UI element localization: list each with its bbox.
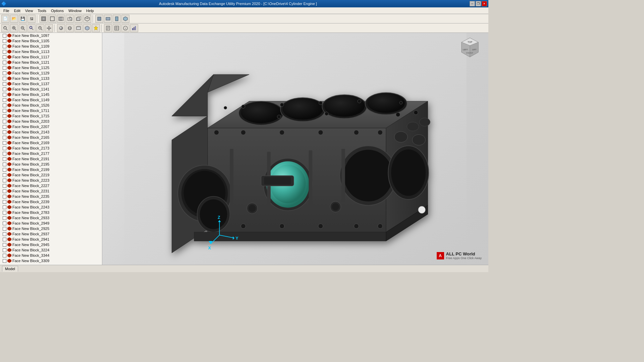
3d-viewport[interactable]: X Y Z TOP LEFT LIFT FRONT <box>102 33 488 265</box>
tree-checkbox-2173[interactable] <box>3 146 6 150</box>
shaded-button[interactable] <box>57 24 65 32</box>
tree-checkbox-3344[interactable] <box>3 254 6 257</box>
tree-checkbox-1129[interactable] <box>3 71 6 75</box>
tree-checkbox-2223[interactable] <box>3 179 6 182</box>
tree-checkbox-3309[interactable] <box>3 259 6 263</box>
tree-item-2177[interactable]: Face New Block_2177 <box>0 151 102 156</box>
feature-tree[interactable]: Face New Block_1097 Face New Block_1105 … <box>0 33 102 265</box>
tree-item-1097[interactable]: Face New Block_1097 <box>0 33 102 38</box>
tree-item-2227[interactable]: Face New Block_2227 <box>0 183 102 188</box>
tree-item-2219[interactable]: Face New Block_2219 <box>0 172 102 178</box>
menu-view[interactable]: View <box>23 8 35 13</box>
zoom-extents-button[interactable] <box>1 24 9 32</box>
tree-item-2243[interactable]: Face New Block_2243 <box>0 204 102 210</box>
tree-item-1129[interactable]: Face New Block_1129 <box>0 70 102 76</box>
tree-checkbox-2199[interactable] <box>3 168 6 172</box>
tree-checkbox-1117[interactable] <box>3 55 6 59</box>
tree-item-1711[interactable]: Face New Block_1711 <box>0 108 102 113</box>
box-bottom-button[interactable] <box>48 15 56 23</box>
zoom-window-button[interactable] <box>28 24 36 32</box>
zoom-dynamic-button[interactable] <box>36 24 44 32</box>
info-button[interactable]: i <box>121 24 129 32</box>
menu-file[interactable]: File <box>1 8 11 13</box>
menu-help[interactable]: Help <box>84 8 96 13</box>
tree-item-3224[interactable]: Face New Block_3224 <box>0 247 102 253</box>
tree-item-2933[interactable]: Face New Block_2933 <box>0 215 102 221</box>
tree-checkbox-1711[interactable] <box>3 109 6 113</box>
tree-checkbox-2231[interactable] <box>3 189 6 193</box>
tree-item-1141[interactable]: Face New Block_1141 <box>0 86 102 92</box>
tree-checkbox-1526[interactable] <box>3 104 6 107</box>
tree-item-2925[interactable]: Face New Block_2925 <box>0 226 102 231</box>
close-button[interactable]: ✕ <box>482 1 487 6</box>
box-top-button[interactable] <box>40 15 48 23</box>
menu-window[interactable]: Window <box>66 8 84 13</box>
tree-item-3344[interactable]: Face New Block_3344 <box>0 253 102 258</box>
tree-item-2169[interactable]: Face New Block_2169 <box>0 140 102 145</box>
box-left-button[interactable] <box>57 15 65 23</box>
tree-item-2941[interactable]: Face New Block_2941 <box>0 237 102 242</box>
tree-item-2223[interactable]: Face New Block_2223 <box>0 178 102 183</box>
tree-item-1117[interactable]: Face New Block_1117 <box>0 54 102 60</box>
window-controls[interactable]: ─ ❐ ✕ <box>470 1 487 6</box>
save-button[interactable]: 🖫 <box>28 15 36 23</box>
cube-front-view[interactable] <box>95 15 103 23</box>
zoom-in-button[interactable] <box>10 24 18 32</box>
tree-item-2191[interactable]: Face New Block_2191 <box>0 156 102 162</box>
tree-checkbox-2165[interactable] <box>3 136 6 139</box>
tree-item-2949[interactable]: Face New Block_2949 <box>0 221 102 226</box>
tree-item-1105[interactable]: Face New Block_1105 <box>0 38 102 44</box>
tree-checkbox-1137[interactable] <box>3 82 6 86</box>
tree-checkbox-2177[interactable] <box>3 152 6 156</box>
minimize-button[interactable]: ─ <box>470 1 475 6</box>
tree-checkbox-2203[interactable] <box>3 120 6 123</box>
tree-item-2195[interactable]: Face New Block_2195 <box>0 162 102 167</box>
tree-checkbox-2949[interactable] <box>3 222 6 225</box>
hidden-lines-button[interactable] <box>74 24 83 32</box>
pan-button[interactable] <box>45 24 53 32</box>
tree-checkbox-1133[interactable] <box>3 77 6 80</box>
tree-item-2203[interactable]: Face New Block_2203 <box>0 119 102 124</box>
cube-iso-view[interactable] <box>121 15 129 23</box>
tree-item-1526[interactable]: Face New Block_1526 <box>0 103 102 108</box>
zoom-out-button[interactable] <box>19 24 27 32</box>
tree-item-1109[interactable]: Face New Block_1109 <box>0 44 102 49</box>
tree-checkbox-2143[interactable] <box>3 130 6 134</box>
open-button[interactable]: 📂 <box>10 15 18 23</box>
tree-checkbox-1097[interactable] <box>3 34 6 38</box>
tree-item-2143[interactable]: Face New Block_2143 <box>0 129 102 135</box>
tree-checkbox-2207[interactable] <box>3 125 6 129</box>
cube-top-view[interactable] <box>104 15 112 23</box>
view-cube[interactable]: TOP LEFT LIFT FRONT <box>458 36 478 56</box>
model-tab[interactable]: Model <box>2 266 18 272</box>
bom-button[interactable] <box>113 24 121 32</box>
restore-button[interactable]: ❐ <box>476 1 481 6</box>
tree-checkbox-2191[interactable] <box>3 157 6 161</box>
cube-isometric-button[interactable] <box>83 15 91 23</box>
tree-item-1121[interactable]: Face New Block_1121 <box>0 60 102 65</box>
tree-item-2199[interactable]: Face New Block_2199 <box>0 167 102 172</box>
tree-checkbox-1149[interactable] <box>3 98 6 102</box>
box-front-button[interactable] <box>74 15 83 23</box>
tree-checkbox-1121[interactable] <box>3 61 6 64</box>
menu-options[interactable]: Options <box>49 8 66 13</box>
menu-edit[interactable]: Edit <box>12 8 22 13</box>
tree-item-1137[interactable]: Face New Block_1137 <box>0 81 102 86</box>
tree-item-1715[interactable]: Face New Block_1715 <box>0 113 102 119</box>
tree-checkbox-2937[interactable] <box>3 232 6 236</box>
tree-item-2937[interactable]: Face New Block_2937 <box>0 231 102 237</box>
tree-item-2945[interactable]: Face New Block_2945 <box>0 242 102 247</box>
tree-checkbox-2945[interactable] <box>3 243 6 247</box>
tree-checkbox-1715[interactable] <box>3 114 6 118</box>
tree-checkbox-1109[interactable] <box>3 45 6 48</box>
tree-checkbox-1105[interactable] <box>3 39 6 43</box>
lighting-button[interactable] <box>92 24 100 32</box>
tree-item-1133[interactable]: Face New Block_1133 <box>0 76 102 81</box>
menu-tools[interactable]: Tools <box>36 8 48 13</box>
tree-checkbox-1145[interactable] <box>3 93 6 97</box>
properties-button[interactable] <box>104 24 112 32</box>
tree-item-1113[interactable]: Face New Block_1113 <box>0 49 102 54</box>
tree-item-2231[interactable]: Face New Block_2231 <box>0 188 102 194</box>
tree-checkbox-2239[interactable] <box>3 200 6 204</box>
tree-checkbox-2227[interactable] <box>3 184 6 188</box>
